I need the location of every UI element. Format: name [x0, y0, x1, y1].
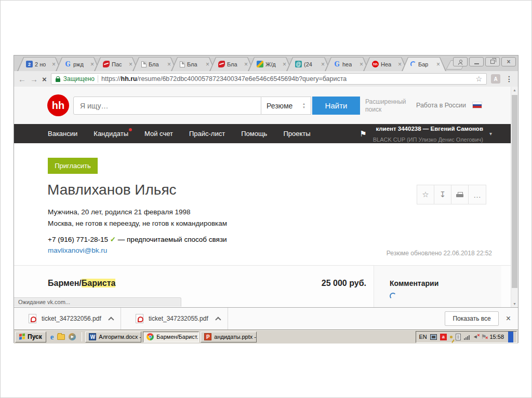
tab-close-icon[interactable]: ×: [52, 61, 56, 67]
adobe-extension-icon[interactable]: A: [491, 74, 500, 84]
forward-button[interactable]: →: [30, 75, 38, 83]
nav-item-account[interactable]: Мой счет: [144, 130, 173, 138]
start-button[interactable]: Пуск: [15, 332, 46, 342]
media-player-icon[interactable]: ▶: [69, 333, 76, 340]
taskbar: Пуск e ▶ WАлгоритм.docx - ... Бармен/Бар…: [14, 330, 518, 344]
tab-close-icon[interactable]: ×: [167, 61, 171, 67]
advanced-search-link[interactable]: Расширенный поиск: [365, 98, 407, 114]
find-button[interactable]: Найти: [312, 97, 360, 115]
hh-logo[interactable]: hh: [47, 94, 69, 116]
security-label: Защищено: [63, 75, 95, 83]
show-all-downloads-button[interactable]: Показать все: [445, 311, 498, 326]
browser-tab-active[interactable]: Бар×: [402, 57, 446, 71]
print-icon[interactable]: [451, 185, 469, 204]
russia-flag-icon[interactable]: [472, 102, 482, 108]
chevron-up-icon[interactable]: [215, 317, 221, 322]
close-downloads-icon[interactable]: ×: [506, 314, 511, 323]
tab-close-icon[interactable]: ×: [360, 61, 363, 67]
tab-label: Hea: [381, 61, 391, 67]
check-icon: ✓: [110, 236, 116, 243]
internet-explorer-icon[interactable]: e: [50, 333, 54, 341]
stop-button[interactable]: ×: [42, 75, 47, 83]
signal-icon[interactable]: [464, 334, 470, 340]
tab-close-icon[interactable]: ×: [436, 61, 440, 67]
tab-close-icon[interactable]: ×: [398, 61, 402, 67]
tab-label: (24: [304, 61, 312, 67]
search-type-select[interactable]: Резюме▲▼: [261, 97, 311, 115]
client-name: клиент 3440238 — Евгений Самонов: [376, 126, 483, 132]
bookmark-star-icon[interactable]: ☆: [475, 75, 482, 83]
task-button-word[interactable]: WАлгоритм.docx - ...: [85, 332, 141, 342]
page-content: hh Резюме▲▼ Найти Расширенный поиск Рабо…: [14, 87, 518, 307]
close-icon: ×: [507, 58, 510, 65]
back-button[interactable]: ←: [18, 75, 26, 83]
tab-close-icon[interactable]: ×: [129, 61, 132, 67]
security-alert-flag-icon[interactable]: ⚑×: [481, 334, 487, 340]
favorite-star-icon[interactable]: ☆: [417, 185, 434, 204]
tab-close-icon[interactable]: ×: [206, 61, 209, 67]
tab-close-icon[interactable]: ×: [90, 61, 94, 67]
tab-label: Пас: [112, 61, 122, 67]
volume-muted-icon[interactable]: ◄×: [473, 334, 478, 339]
tab-close-icon[interactable]: ×: [321, 61, 325, 67]
chevron-up-icon[interactable]: [108, 317, 114, 322]
downloads-bar: ticket_347232056.pdf ticket_347232055.pd…: [14, 307, 518, 330]
word-icon: W: [89, 333, 96, 340]
scroll-thumb[interactable]: [512, 95, 517, 288]
task-button-powerpoint[interactable]: Pандидаты.pptx - ...: [201, 332, 257, 342]
mail-at-icon: @: [295, 61, 302, 67]
google-icon: G: [334, 61, 340, 67]
download-item[interactable]: ticket_347232055.pdf: [121, 308, 228, 330]
close-window-button[interactable]: ×: [501, 57, 516, 66]
profile-button[interactable]: [453, 57, 468, 66]
display-icon[interactable]: [430, 334, 437, 340]
tab-label: Бар: [418, 61, 428, 67]
nav-item-pricelist[interactable]: Прайс-лист: [189, 130, 225, 138]
key-icon[interactable]: [450, 336, 453, 338]
nav-item-candidates[interactable]: Кандидаты: [94, 130, 128, 138]
scrollbar[interactable]: ▲ ▼: [511, 87, 518, 307]
avira-icon[interactable]: a: [440, 334, 447, 340]
folder-icon[interactable]: [57, 334, 65, 340]
browser-window: 22 но× Gржд× Пас× Бла× Бла× Бла× Ж/д× @(…: [14, 55, 518, 343]
language-indicator[interactable]: EN: [419, 334, 427, 340]
loading-spinner-icon: [390, 293, 396, 299]
scroll-up-icon[interactable]: ▲: [511, 88, 518, 92]
client-menu[interactable]: ⚑ клиент 3440238 — Евгений Самонов BLACK…: [360, 123, 518, 145]
nav-item-help[interactable]: Помощь: [241, 130, 267, 138]
flag-icon: ⚑: [360, 129, 366, 139]
candidate-location: Москва, не готов к переезду, не готов к …: [48, 219, 227, 227]
lock-icon: [56, 76, 60, 82]
rzd-icon: [103, 61, 110, 67]
window-controls: ×: [453, 57, 516, 66]
windows-logo-icon: [19, 333, 25, 340]
tab-close-icon[interactable]: ×: [244, 61, 248, 67]
candidate-email[interactable]: mavlixanovi@bk.ru: [48, 246, 107, 254]
task-button-chrome[interactable]: Бармен/Барист...: [143, 332, 199, 342]
url-field[interactable]: Защищено https://hh.ru/resume/6b72dbc400…: [51, 73, 487, 85]
nav-item-vacancies[interactable]: Вакансии: [48, 130, 77, 138]
tab-close-icon[interactable]: ×: [283, 61, 286, 67]
browser-menu-icon[interactable]: ⋮: [504, 75, 514, 83]
maximize-button[interactable]: [485, 57, 500, 66]
rail-icon: [257, 61, 263, 67]
scroll-down-icon[interactable]: ▼: [511, 302, 518, 306]
comments-panel: Комментарии: [374, 266, 501, 307]
tab-label: 2 но: [35, 61, 46, 67]
chevron-down-icon: ▾: [489, 131, 492, 136]
clipboard-icon[interactable]: [456, 334, 461, 340]
more-actions-icon[interactable]: …: [469, 185, 486, 204]
minimize-button[interactable]: [469, 57, 484, 66]
download-icon[interactable]: ↧: [434, 185, 451, 204]
show-desktop-edge[interactable]: [508, 332, 513, 342]
search-input[interactable]: [73, 97, 261, 115]
person-icon: [458, 60, 462, 64]
region-link[interactable]: Работа в России: [416, 102, 466, 109]
address-bar: ← → × Защищено https://hh.ru/resume/6b72…: [14, 71, 518, 87]
download-item[interactable]: ticket_347232056.pdf: [14, 308, 121, 330]
candidate-name: Мавлиханов Ильяс: [47, 182, 177, 198]
minimize-icon: [474, 63, 479, 64]
tab-strip: 22 но× Gржд× Пас× Бла× Бла× Бла× Ж/д× @(…: [14, 56, 518, 71]
nav-item-projects[interactable]: Проекты: [283, 130, 310, 138]
invite-button[interactable]: Пригласить: [48, 158, 98, 174]
